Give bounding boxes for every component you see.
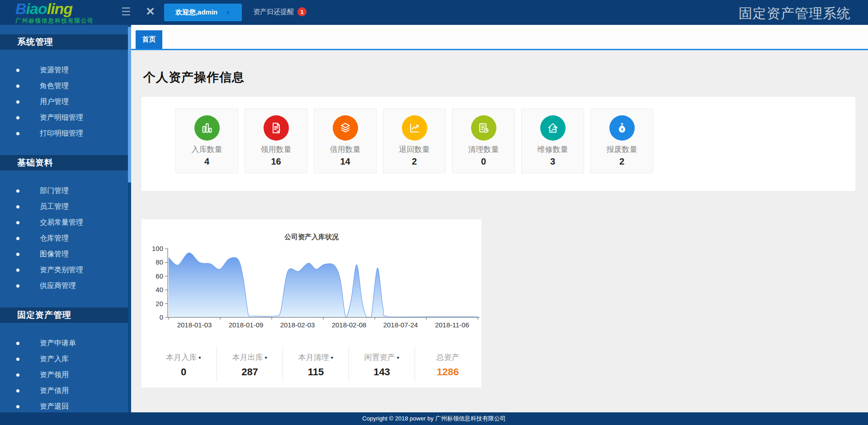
summary-stat: 本月清理• 115 <box>283 346 349 382</box>
stat-card-value: 16 <box>245 156 307 167</box>
sidebar-section-header[interactable]: 系统管理 <box>0 34 131 50</box>
bullet-icon <box>16 189 19 193</box>
dot-icon: • <box>265 354 267 361</box>
stat-card[interactable]: 入库数量 4 <box>175 109 238 173</box>
bullet-icon <box>16 358 19 361</box>
bullet-icon <box>16 221 19 224</box>
sidebar-item[interactable]: 资产明细管理 <box>0 110 131 126</box>
bullet-icon <box>16 237 19 240</box>
stat-card-value: 2 <box>591 156 653 167</box>
app-title: 固定资产管理系统 <box>739 5 851 23</box>
app-header: Biaoling 广州标领信息科技有限公司 ☰ ✕ 欢迎您,admin ▼ 资产… <box>0 0 868 25</box>
sidebar-section-header[interactable]: 基础资料 <box>0 155 131 170</box>
user-dropdown-button[interactable]: 欢迎您,admin ▼ <box>164 4 242 21</box>
sidebar-item-label: 仓库管理 <box>40 234 69 243</box>
sidebar: 系统管理 资源管理 角色管理 用户管理 资产明细管理 打印明细管理 基础资料 部… <box>0 25 131 425</box>
summary-value: 143 <box>349 366 415 378</box>
bullet-icon <box>16 342 19 345</box>
layers-icon <box>333 115 358 141</box>
sidebar-item-label: 供应商管理 <box>40 281 76 291</box>
close-icon[interactable]: ✕ <box>146 5 155 18</box>
summary-label: 本月清理• <box>283 352 349 363</box>
svg-text:2018-01-09: 2018-01-09 <box>229 321 264 329</box>
chart-title: 公司资产入库状况 <box>142 219 481 241</box>
dot-icon: • <box>198 354 201 361</box>
summary-value: 115 <box>283 366 349 378</box>
sidebar-item-label: 资产明细管理 <box>40 113 83 123</box>
sidebar-item[interactable]: 用户管理 <box>0 94 131 110</box>
stat-card-label: 入库数量 <box>176 144 238 155</box>
sidebar-item[interactable]: 资产申请单 <box>0 335 131 351</box>
bullet-icon <box>16 373 19 377</box>
logo-text: Biaoling <box>15 1 94 16</box>
bullet-icon <box>16 269 19 272</box>
summary-label: 闲置资产• <box>349 352 415 363</box>
summary-stat: 本月出库• 287 <box>217 346 283 382</box>
chart-panel: 公司资产入库状况 0204060801002018-01-032018-01-0… <box>142 219 481 387</box>
sidebar-scrollbar-thumb[interactable] <box>128 27 131 183</box>
sidebar-item[interactable]: 仓库管理 <box>0 231 131 246</box>
sidebar-item[interactable]: 打印明细管理 <box>0 126 131 142</box>
welcome-label: 欢迎您,admin <box>175 8 217 17</box>
sidebar-item-label: 资源管理 <box>40 66 69 75</box>
bullet-icon <box>16 205 19 208</box>
stat-card[interactable]: 领用数量 16 <box>245 109 307 173</box>
stat-card-label: 退回数量 <box>383 144 445 155</box>
menu-toggle-icon[interactable]: ☰ <box>121 5 131 18</box>
sidebar-item[interactable]: 资产领用 <box>0 367 131 383</box>
sidebar-item[interactable]: 图像管理 <box>0 246 131 262</box>
sidebar-item-label: 资产类别管理 <box>40 265 83 275</box>
sidebar-item[interactable]: 资产借用 <box>0 383 131 399</box>
main-content: 个人资产操作信息 入库数量 4 领用数量 16 借用数量 14 退回数量 2 清… <box>131 50 868 412</box>
dot-icon: • <box>397 354 399 361</box>
sidebar-section-header[interactable]: 固定资产管理 <box>0 307 131 323</box>
sidebar-item[interactable]: 供应商管理 <box>0 278 131 294</box>
stat-card[interactable]: 借用数量 14 <box>314 109 377 173</box>
bullet-icon <box>16 132 19 135</box>
stat-card[interactable]: 退回数量 2 <box>383 109 446 173</box>
sidebar-item[interactable]: 资源管理 <box>0 62 131 78</box>
bullet-icon <box>16 389 19 392</box>
stat-card-label: 维修数量 <box>522 144 584 155</box>
summary-label: 本月入库• <box>151 352 217 363</box>
svg-text:2018-02-08: 2018-02-08 <box>332 321 367 329</box>
reminder-label: 资产归还提醒 <box>253 8 294 16</box>
copyright-text: Copyright © 2018 power by 广州标领信息科技有限公司 <box>362 415 505 422</box>
stat-cards-panel: 入库数量 4 领用数量 16 借用数量 14 退回数量 2 清理数量 0 维修数… <box>142 97 855 191</box>
stat-card[interactable]: 维修数量 3 <box>521 109 584 173</box>
summary-stat: 总资产 1286 <box>415 346 481 382</box>
page-title: 个人资产操作信息 <box>143 69 245 85</box>
logo[interactable]: Biaoling 广州标领信息科技有限公司 <box>15 1 94 25</box>
tab-home[interactable]: 首页 <box>136 30 162 49</box>
svg-text:2018-02-03: 2018-02-03 <box>280 321 315 329</box>
stat-card[interactable]: ¥ 报废数量 2 <box>590 109 653 173</box>
trend-chart-icon <box>402 115 427 141</box>
sidebar-item[interactable]: 员工管理 <box>0 199 131 215</box>
sidebar-item[interactable]: 角色管理 <box>0 78 131 94</box>
summary-stat: 闲置资产• 143 <box>349 346 415 382</box>
sidebar-item-label: 员工管理 <box>40 202 69 212</box>
sidebar-item-label: 角色管理 <box>40 81 69 91</box>
sidebar-item-label: 交易常量管理 <box>40 218 83 227</box>
svg-text:2018-07-24: 2018-07-24 <box>383 321 418 329</box>
sidebar-item[interactable]: 部门管理 <box>0 183 131 199</box>
sidebar-item-label: 部门管理 <box>40 186 69 196</box>
svg-text:100: 100 <box>152 245 163 252</box>
stat-card-value: 2 <box>383 156 445 167</box>
svg-text:0: 0 <box>160 313 163 321</box>
notification-badge: 1 <box>297 7 307 16</box>
bar-chart-icon <box>194 115 220 141</box>
sidebar-item-label: 资产借用 <box>40 386 69 396</box>
document-check-icon <box>264 115 289 141</box>
home-wrench-icon <box>540 115 566 141</box>
sidebar-item[interactable]: 资产入库 <box>0 351 131 367</box>
sidebar-item[interactable]: 资产类别管理 <box>0 262 131 278</box>
stat-card-label: 报废数量 <box>591 144 653 155</box>
bullet-icon <box>16 405 19 408</box>
summary-row: 本月入库• 0 本月出库• 287 本月清理• 115 闲置资产• 143 总资… <box>151 346 481 382</box>
sidebar-item-label: 图像管理 <box>40 250 69 259</box>
asset-return-reminder[interactable]: 资产归还提醒 1 <box>253 7 307 16</box>
sidebar-item[interactable]: 交易常量管理 <box>0 215 131 231</box>
logo-subtitle: 广州标领信息科技有限公司 <box>15 17 94 25</box>
stat-card[interactable]: 清理数量 0 <box>452 109 515 173</box>
